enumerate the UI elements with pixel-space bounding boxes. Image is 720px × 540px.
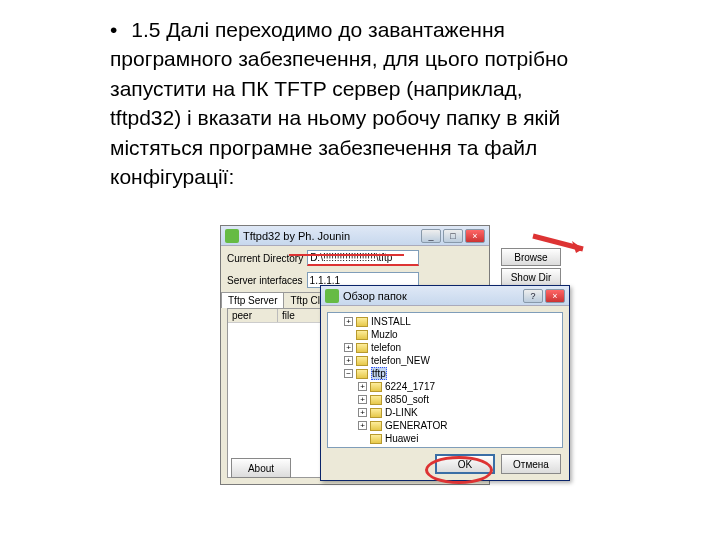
folder-tree[interactable]: +INSTALLMuzlo+telefon+telefon_NEW−tftp+6… bbox=[327, 312, 563, 448]
collapse-icon[interactable]: − bbox=[344, 369, 353, 378]
screenshot-area: Tftpd32 by Ph. Jounin _ □ × Current Dire… bbox=[220, 225, 580, 485]
tree-node-label: Migration_ALC_to_unVPN bbox=[385, 446, 502, 448]
current-directory-label: Current Directory bbox=[227, 253, 303, 264]
folder-icon bbox=[370, 382, 382, 392]
tree-node-label: telefon_NEW bbox=[371, 355, 430, 366]
dialog-icon bbox=[325, 289, 339, 303]
tree-node[interactable]: +6850_soft bbox=[330, 393, 560, 406]
tree-node[interactable]: Muzlo bbox=[330, 328, 560, 341]
minimize-button[interactable]: _ bbox=[421, 229, 441, 243]
folder-icon bbox=[356, 317, 368, 327]
tree-node[interactable]: +6224_1717 bbox=[330, 380, 560, 393]
col-peer[interactable]: peer bbox=[228, 309, 278, 322]
tree-node-label: Muzlo bbox=[371, 329, 398, 340]
tree-node[interactable]: +telefon_NEW bbox=[330, 354, 560, 367]
tree-node[interactable]: Huawei bbox=[330, 432, 560, 445]
maximize-button[interactable]: □ bbox=[443, 229, 463, 243]
tree-node-label: Huawei bbox=[385, 433, 418, 444]
dialog-title: Обзор папок bbox=[343, 290, 523, 302]
tree-node-label: GENERATOR bbox=[385, 420, 447, 431]
dialog-titlebar[interactable]: Обзор папок ? × bbox=[321, 286, 569, 306]
browse-folder-dialog: Обзор папок ? × +INSTALLMuzlo+telefon+te… bbox=[320, 285, 570, 481]
folder-icon bbox=[370, 421, 382, 431]
tree-node-label: telefon bbox=[371, 342, 401, 353]
expand-icon[interactable]: + bbox=[344, 317, 353, 326]
folder-icon bbox=[370, 395, 382, 405]
instruction-block: • 1.5 Далі переходимо до завантаження пр… bbox=[110, 15, 590, 191]
tftpd-titlebar[interactable]: Tftpd32 by Ph. Jounin _ □ × bbox=[221, 226, 489, 246]
folder-icon bbox=[356, 369, 368, 379]
tftpd-title: Tftpd32 by Ph. Jounin bbox=[243, 230, 421, 242]
about-button[interactable]: About bbox=[231, 458, 291, 478]
current-directory-input[interactable] bbox=[307, 250, 419, 266]
folder-icon bbox=[370, 434, 382, 444]
tree-node[interactable]: −tftp bbox=[330, 367, 560, 380]
expand-icon[interactable]: + bbox=[344, 356, 353, 365]
instruction-text: 1.5 Далі переходимо до завантаження прог… bbox=[110, 18, 568, 188]
tree-node[interactable]: +Migration_ALC_to_unVPN bbox=[330, 445, 560, 448]
tab-tftp-server[interactable]: Tftp Server bbox=[221, 292, 284, 308]
folder-icon bbox=[356, 356, 368, 366]
tree-node[interactable]: +telefon bbox=[330, 341, 560, 354]
tree-node[interactable]: +D-LINK bbox=[330, 406, 560, 419]
server-interfaces-label: Server interfaces bbox=[227, 275, 303, 286]
folder-icon bbox=[370, 408, 382, 418]
tree-node-label: tftp bbox=[371, 367, 387, 380]
tree-node-label: 6224_1717 bbox=[385, 381, 435, 392]
expand-icon[interactable]: + bbox=[358, 408, 367, 417]
close-button[interactable]: × bbox=[465, 229, 485, 243]
browse-button[interactable]: Browse bbox=[501, 248, 561, 266]
cancel-button[interactable]: Отмена bbox=[501, 454, 561, 474]
bullet: • bbox=[110, 15, 117, 44]
show-dir-button[interactable]: Show Dir bbox=[501, 268, 561, 286]
expand-icon[interactable]: + bbox=[344, 343, 353, 352]
tree-node[interactable]: +INSTALL bbox=[330, 315, 560, 328]
expand-icon[interactable]: + bbox=[358, 421, 367, 430]
expand-icon[interactable]: + bbox=[358, 382, 367, 391]
dialog-help-button[interactable]: ? bbox=[523, 289, 543, 303]
expand-icon[interactable]: + bbox=[358, 447, 367, 448]
app-icon bbox=[225, 229, 239, 243]
folder-icon bbox=[356, 330, 368, 340]
tree-node-label: INSTALL bbox=[371, 316, 411, 327]
dialog-close-button[interactable]: × bbox=[545, 289, 565, 303]
folder-icon bbox=[356, 343, 368, 353]
tree-node[interactable]: +GENERATOR bbox=[330, 419, 560, 432]
ok-button[interactable]: OK bbox=[435, 454, 495, 474]
tree-node-label: D-LINK bbox=[385, 407, 418, 418]
expand-icon[interactable]: + bbox=[358, 395, 367, 404]
tree-node-label: 6850_soft bbox=[385, 394, 429, 405]
folder-icon bbox=[370, 447, 382, 449]
